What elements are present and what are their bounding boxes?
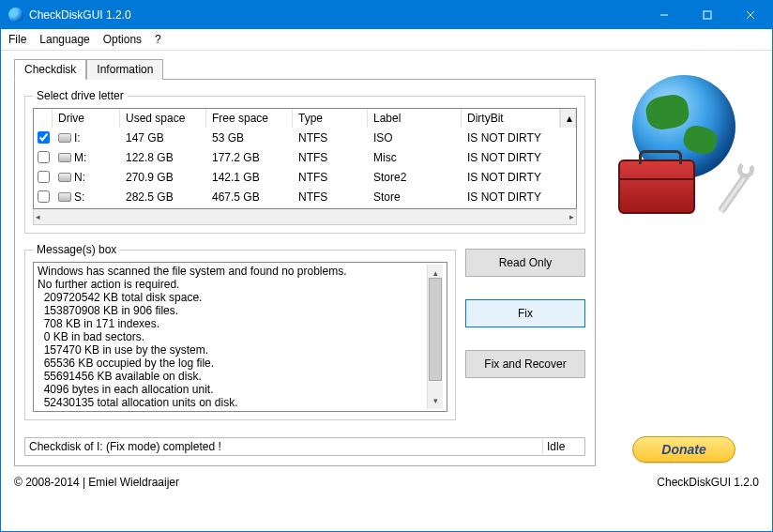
tab-panel-checkdisk: Select drive letter Drive Used space Fre…	[14, 79, 596, 466]
drive-used: 122.8 GB	[120, 151, 206, 164]
menu-options[interactable]: Options	[103, 33, 142, 46]
messages-box[interactable]: Windows has scanned the file system and …	[33, 262, 447, 412]
wrench-icon	[705, 165, 760, 220]
drive-type: NTFS	[293, 190, 368, 204]
status-bar: Checkdisk of I: (Fix mode) completed ! I…	[24, 437, 585, 456]
drive-table: Drive Used space Free space Type Label D…	[33, 108, 577, 209]
col-used-space[interactable]: Used space	[120, 109, 206, 128]
drive-letter: N:	[74, 171, 85, 184]
drive-type: NTFS	[293, 171, 368, 184]
scroll-thumb[interactable]	[429, 278, 442, 381]
svg-rect-1	[704, 11, 711, 19]
copyright-text: © 2008-2014 | Emiel Wieldraaijer	[14, 476, 657, 489]
drive-icon	[58, 192, 71, 202]
drive-row[interactable]: M:122.8 GB177.2 GBNTFSMiscIS NOT DIRTY	[34, 147, 576, 167]
drive-label: Store	[368, 190, 462, 204]
read-only-button[interactable]: Read Only	[465, 249, 585, 277]
col-drive[interactable]: Drive	[53, 109, 120, 128]
drive-used: 147 GB	[120, 131, 206, 144]
titlebar: CheckDiskGUI 1.2.0	[1, 1, 772, 29]
drive-select-group: Select drive letter Drive Used space Fre…	[24, 89, 585, 234]
message-line: 13922864 allocation units available on d…	[38, 409, 427, 412]
maximize-button[interactable]	[686, 1, 729, 29]
status-idle: Idle	[543, 440, 581, 453]
drive-dirtybit: IS NOT DIRTY	[462, 151, 560, 164]
message-line: 157470 KB in use by the system.	[38, 343, 427, 357]
menu-file[interactable]: File	[8, 33, 26, 46]
col-type[interactable]: Type	[293, 109, 368, 128]
drive-row[interactable]: N:270.9 GB142.1 GBNTFSStore2IS NOT DIRTY	[34, 167, 576, 187]
message-line: 708 KB in 171 indexes.	[38, 317, 427, 330]
footer: © 2008-2014 | Emiel Wieldraaijer CheckDi…	[1, 472, 772, 496]
drive-free: 177.2 GB	[206, 151, 293, 164]
drive-dirtybit: IS NOT DIRTY	[462, 171, 560, 184]
message-line: 65536 KB occupied by the log file.	[38, 357, 427, 370]
drive-table-hscroll[interactable]: ◂ ▸	[33, 209, 577, 225]
donate-button[interactable]: Donate	[632, 436, 735, 463]
drive-letter: M:	[74, 151, 86, 164]
scroll-right-icon[interactable]: ▸	[569, 212, 574, 221]
fix-button[interactable]: Fix	[465, 299, 585, 327]
window-controls	[643, 1, 772, 29]
drive-row[interactable]: I:147 GB53 GBNTFSISOIS NOT DIRTY	[34, 128, 576, 147]
drive-free: 142.1 GB	[206, 171, 293, 184]
drive-row[interactable]: S:282.5 GB467.5 GBNTFSStoreIS NOT DIRTY	[34, 187, 576, 206]
drive-free: 53 GB	[206, 131, 293, 144]
drive-type: NTFS	[293, 131, 368, 144]
drive-letter: S:	[74, 190, 84, 204]
message-line: 4096 bytes in each allocation unit.	[38, 383, 427, 396]
drive-icon	[58, 133, 71, 143]
message-line: 52430135 total allocation units on disk.	[38, 396, 427, 409]
app-icon	[8, 8, 23, 23]
drive-table-vscroll-up[interactable]: ▴	[560, 109, 576, 128]
drive-letter: I:	[74, 131, 81, 144]
status-message: Checkdisk of I: (Fix mode) completed !	[29, 440, 543, 453]
drive-table-header: Drive Used space Free space Type Label D…	[34, 109, 576, 128]
drive-used: 270.9 GB	[120, 171, 206, 184]
drive-type: NTFS	[293, 151, 368, 164]
drive-checkbox[interactable]	[38, 131, 50, 144]
tab-information[interactable]: Information	[86, 59, 163, 80]
message-line: Windows has scanned the file system and …	[38, 265, 427, 278]
message-line: 153870908 KB in 906 files.	[38, 304, 427, 317]
drive-checkbox[interactable]	[38, 151, 50, 163]
message-line: No further action is required.	[38, 278, 427, 291]
message-line: 209720542 KB total disk space.	[38, 291, 427, 304]
drive-free: 467.5 GB	[206, 190, 293, 204]
action-buttons: Read Only Fix Fix and Recover	[465, 243, 585, 430]
close-button[interactable]	[729, 1, 772, 29]
tab-checkdisk[interactable]: Checkdisk	[14, 59, 86, 80]
messages-group: Message(s) box Windows has scanned the f…	[24, 243, 456, 420]
menu-help[interactable]: ?	[155, 33, 161, 46]
drive-label: Store2	[368, 171, 462, 184]
footer-version: CheckDiskGUI 1.2.0	[657, 476, 759, 489]
tab-strip: Checkdisk Information	[14, 58, 596, 79]
col-label[interactable]: Label	[368, 109, 462, 128]
drive-dirtybit: IS NOT DIRTY	[462, 131, 560, 144]
drive-checkbox[interactable]	[38, 171, 50, 183]
minimize-button[interactable]	[643, 1, 686, 29]
scroll-left-icon[interactable]: ◂	[36, 212, 40, 221]
messages-legend: Message(s) box	[33, 243, 120, 256]
message-line: 0 KB in bad sectors.	[38, 330, 427, 343]
fix-and-recover-button[interactable]: Fix and Recover	[465, 350, 585, 378]
col-dirtybit[interactable]: DirtyBit	[462, 109, 560, 128]
app-logo	[614, 75, 754, 216]
drive-icon	[58, 153, 71, 162]
toolbox-icon	[618, 160, 695, 214]
menu-language[interactable]: Language	[39, 33, 89, 46]
drive-label: ISO	[368, 131, 462, 144]
window-title: CheckDiskGUI 1.2.0	[29, 8, 643, 22]
drive-icon	[58, 173, 71, 182]
drive-checkbox[interactable]	[38, 190, 50, 203]
messages-vscroll[interactable]: ▴ ▾	[427, 265, 443, 409]
col-free-space[interactable]: Free space	[206, 109, 293, 128]
drive-used: 282.5 GB	[120, 190, 206, 204]
drive-label: Misc	[368, 151, 462, 164]
scroll-down-icon[interactable]: ▾	[428, 394, 443, 407]
menubar: File Language Options ?	[1, 29, 772, 51]
drive-select-legend: Select drive letter	[33, 89, 128, 102]
message-line: 55691456 KB available on disk.	[38, 370, 427, 383]
drive-dirtybit: IS NOT DIRTY	[462, 190, 560, 204]
